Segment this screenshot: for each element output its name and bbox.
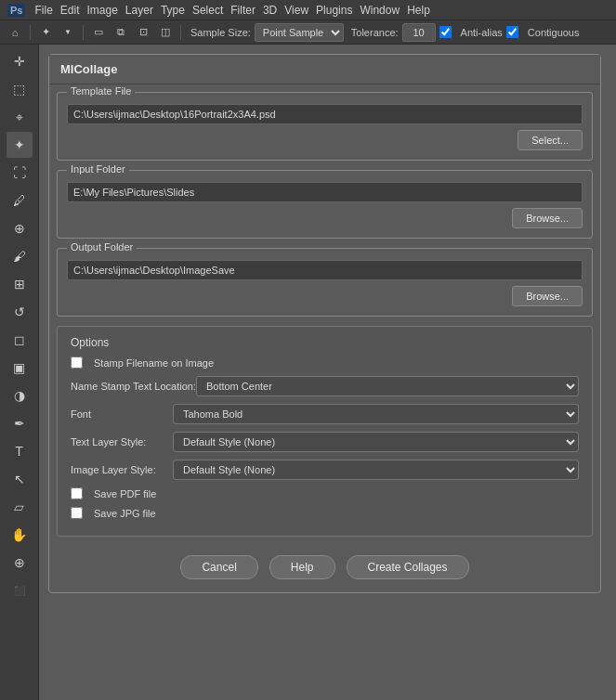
anti-alias-label: Anti-alias (461, 27, 503, 38)
menu-help[interactable]: Help (407, 4, 430, 17)
home-icon[interactable]: ⌂ (6, 23, 24, 42)
gradient-tool[interactable]: ▣ (7, 355, 33, 381)
foreground-color[interactable]: ⬛ (7, 577, 33, 603)
output-folder-label: Output Folder (67, 241, 137, 253)
dodge-tool[interactable]: ◑ (7, 382, 33, 408)
text-layer-select[interactable]: Default Style (None) (173, 432, 579, 452)
output-folder-input[interactable] (67, 260, 583, 280)
font-label: Font (71, 408, 173, 420)
menu-3d[interactable]: 3D (263, 4, 277, 17)
menu-layer[interactable]: Layer (125, 4, 153, 17)
lasso-tool[interactable]: ⌖ (7, 104, 33, 130)
name-stamp-select[interactable]: Bottom Center (196, 376, 579, 396)
tolerance-label: Tolerance: (351, 27, 399, 38)
sample-size-select[interactable]: Point Sample (255, 23, 344, 42)
dialog-body: Template File Select... Input Folder Bro… (49, 84, 600, 592)
option-icon[interactable]: ◫ (156, 23, 175, 42)
zoom-tool[interactable]: ⊕ (7, 550, 33, 576)
dialog-panel: MICollage Template File Select... Input … (48, 54, 601, 593)
font-row: Font Tahoma Bold (71, 404, 579, 424)
output-browse-button[interactable]: Browse... (512, 286, 583, 306)
contiguous-checkbox[interactable] (506, 26, 518, 38)
text-layer-label: Text Layer Style: (71, 436, 173, 447)
marquee-tool[interactable]: ⬚ (7, 76, 33, 102)
menu-edit[interactable]: Edit (60, 4, 80, 17)
stamp-filename-label[interactable]: Stamp Filename on Image (71, 356, 214, 369)
save-pdf-checkbox[interactable] (71, 487, 83, 499)
create-collages-button[interactable]: Create Collages (347, 555, 469, 579)
tool-panel: ✛ ⬚ ⌖ ✦ ⛶ 🖊 ⊕ 🖌 ⊞ ↺ ◻ ▣ ◑ ✒ T ↖ ▱ ✋ ⊕ ⬛ (0, 45, 39, 700)
tolerance-input[interactable] (402, 23, 436, 42)
history-brush-tool[interactable]: ↺ (7, 299, 33, 325)
spot-heal-tool[interactable]: ⊕ (7, 215, 33, 241)
stamp-filename-row: Stamp Filename on Image (71, 356, 579, 369)
template-file-label: Template File (67, 85, 135, 97)
select-button[interactable]: Select... (518, 130, 583, 150)
paste-icon[interactable]: ⊡ (134, 23, 152, 42)
help-button[interactable]: Help (269, 555, 335, 579)
menu-file[interactable]: File (34, 4, 52, 17)
clone-tool[interactable]: ⊞ (7, 271, 33, 297)
image-layer-select[interactable]: Default Style (None) (173, 460, 579, 480)
copy-icon[interactable]: ⧉ (111, 23, 130, 42)
eraser-tool[interactable]: ◻ (7, 327, 33, 353)
name-stamp-label: Name Stamp Text Location: (71, 381, 196, 392)
input-folder-section: Input Folder Browse... (57, 170, 593, 239)
pen-tool[interactable]: ✒ (7, 410, 33, 436)
save-jpg-label[interactable]: Save JPG file (71, 507, 156, 519)
save-pdf-label[interactable]: Save PDF file (71, 487, 156, 499)
hand-tool[interactable]: ✋ (7, 522, 33, 548)
input-folder-label: Input Folder (67, 163, 129, 175)
name-stamp-row: Name Stamp Text Location: Bottom Center (71, 376, 579, 396)
dropdown-arrow-icon[interactable]: ▼ (59, 23, 77, 42)
save-jpg-checkbox[interactable] (71, 507, 83, 519)
separator-3 (180, 25, 181, 40)
menu-filter[interactable]: Filter (230, 4, 256, 17)
output-folder-section: Output Folder Browse... (57, 248, 593, 317)
sample-size-label: Sample Size: (190, 27, 251, 38)
rectangle-tool-icon[interactable]: ▭ (89, 23, 108, 42)
menu-image[interactable]: Image (87, 4, 118, 17)
path-selection-tool[interactable]: ↖ (7, 466, 33, 492)
anti-alias-checkbox[interactable] (439, 26, 452, 38)
template-file-section: Template File Select... (57, 92, 593, 161)
dialog-footer: Cancel Help Create Collages (57, 546, 593, 585)
separator-2 (83, 25, 84, 40)
shape-tool[interactable]: ▱ (7, 494, 33, 520)
separator-1 (30, 25, 31, 40)
menu-plugins[interactable]: Plugins (316, 4, 352, 17)
cancel-button[interactable]: Cancel (180, 555, 257, 579)
input-browse-button[interactable]: Browse... (512, 208, 583, 228)
input-folder-input[interactable] (67, 182, 583, 202)
save-jpg-row: Save JPG file (71, 507, 579, 519)
ps-toolbar: ⌂ ✦ ▼ ▭ ⧉ ⊡ ◫ Sample Size: Point Sample … (0, 20, 616, 45)
image-layer-row: Image Layer Style: Default Style (None) (71, 460, 579, 480)
options-title: Options (71, 336, 579, 349)
type-tool[interactable]: T (7, 438, 33, 464)
crop-tool[interactable]: ⛶ (7, 160, 33, 186)
text-layer-row: Text Layer Style: Default Style (None) (71, 432, 579, 452)
content-area: MICollage Template File Select... Input … (39, 45, 616, 700)
menu-type[interactable]: Type (161, 4, 185, 17)
image-layer-label: Image Layer Style: (71, 464, 173, 475)
menu-view[interactable]: View (284, 4, 308, 17)
brush-tool[interactable]: 🖌 (7, 243, 33, 269)
contiguous-label: Contiguous (528, 27, 580, 38)
dialog-title: MICollage (49, 55, 600, 84)
font-select[interactable]: Tahoma Bold (173, 404, 579, 424)
menu-window[interactable]: Window (360, 4, 400, 17)
menu-select[interactable]: Select (192, 4, 223, 17)
options-section: Options Stamp Filename on Image Name Sta… (57, 326, 593, 537)
app-logo: Ps (7, 4, 25, 17)
template-file-input[interactable] (67, 104, 583, 124)
stamp-filename-checkbox[interactable] (71, 356, 83, 369)
magic-wand-tool[interactable]: ✦ (7, 132, 33, 158)
menu-bar: Ps File Edit Image Layer Type Select Fil… (0, 0, 616, 20)
save-pdf-row: Save PDF file (71, 487, 579, 499)
eyedropper-tool[interactable]: 🖊 (7, 188, 33, 214)
move-tool[interactable]: ✛ (7, 48, 33, 74)
workspace: ✛ ⬚ ⌖ ✦ ⛶ 🖊 ⊕ 🖌 ⊞ ↺ ◻ ▣ ◑ ✒ T ↖ ▱ ✋ ⊕ ⬛ … (0, 45, 616, 700)
magic-wand-icon[interactable]: ✦ (36, 23, 55, 42)
